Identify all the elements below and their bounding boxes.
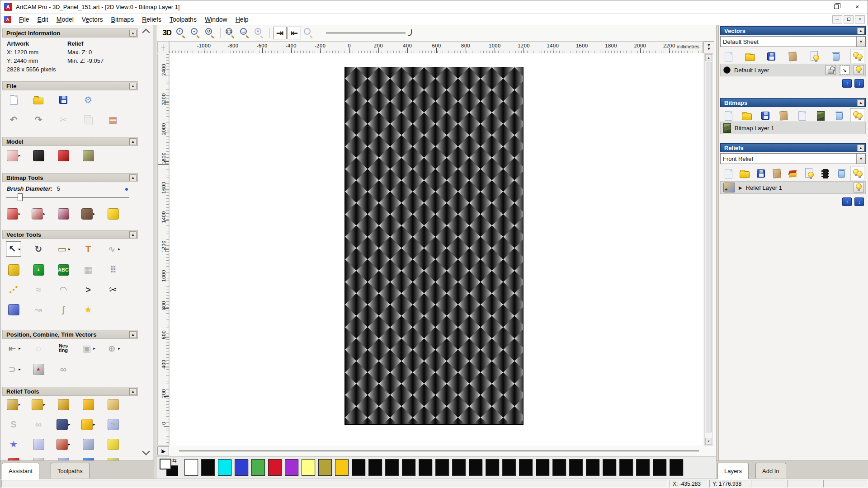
scroll-down-icon[interactable] (142, 448, 150, 455)
palette-swatch-23[interactable] (569, 459, 583, 476)
block-copy[interactable]: + (31, 262, 46, 277)
palette-swatch-10[interactable] (352, 459, 365, 476)
collapse-icon[interactable]: ▲ (857, 28, 864, 34)
texture-relief[interactable]: ▸ (56, 417, 71, 432)
palette-swatch-25[interactable] (603, 459, 616, 476)
move-layer-up-button[interactable]: ↑ (842, 79, 852, 88)
move-relief-down-button[interactable]: ↓ (854, 197, 864, 206)
group-vectors[interactable]: ▣▸ (80, 341, 96, 356)
pane-toggle-button[interactable]: ⁞▶ (157, 446, 169, 455)
menu-edit[interactable]: Edit (33, 14, 52, 24)
palette-swatch-15[interactable] (435, 459, 449, 476)
basket-weave[interactable] (31, 455, 46, 460)
scroll-up-icon[interactable] (142, 29, 150, 37)
new-model[interactable] (6, 92, 21, 108)
new-vector-layer[interactable] (721, 49, 736, 64)
fillet-tool[interactable]: ★ (80, 302, 96, 317)
weld-vectors[interactable]: ⊕▸ (105, 341, 121, 356)
palette-swatch-14[interactable] (419, 459, 432, 476)
preview-relief-layer[interactable] (302, 27, 316, 39)
menu-window[interactable]: Window (201, 14, 231, 24)
palette-swatch-24[interactable] (586, 459, 599, 476)
flyout-arrow-icon[interactable]: ▸ (19, 211, 21, 216)
wave-relief[interactable] (6, 455, 21, 460)
tab-add-in[interactable]: Add In (755, 463, 786, 479)
preferences[interactable]: ⚙ (80, 92, 96, 108)
chevron-down-icon[interactable]: ▼ (856, 154, 865, 164)
zoom-rect[interactable]: ▭ (238, 27, 252, 39)
transfer-relief-layer[interactable] (785, 166, 801, 181)
swap-colours-icon[interactable]: ⇆ (172, 457, 177, 464)
nesting[interactable]: Nesting (56, 341, 71, 356)
tab-assistant[interactable]: Assistant (2, 463, 39, 479)
blank-bitmap-layer[interactable] (794, 108, 810, 123)
lightbox[interactable] (80, 148, 96, 163)
interlock-vectors[interactable]: ∞ (56, 361, 71, 377)
minimize-button[interactable] (805, 0, 826, 13)
collapse-icon[interactable]: ▲ (129, 174, 137, 181)
mdi-minimize-button[interactable] (832, 15, 842, 23)
project-info-header[interactable]: Project Information ▲ (2, 28, 138, 38)
palette-swatch-22[interactable] (552, 459, 566, 476)
texture-sphere[interactable] (80, 455, 96, 460)
bitmap-flood-vector[interactable] (105, 206, 121, 221)
copy[interactable] (80, 112, 96, 127)
zoom-previous[interactable]: ↺ (203, 27, 217, 39)
offset-relief[interactable] (105, 436, 121, 452)
collapse-icon[interactable]: ▲ (857, 99, 864, 106)
vectors-section-header[interactable]: Vectors ▲ (720, 26, 866, 35)
collapse-icon[interactable]: ▲ (129, 231, 137, 238)
save-vector-layer[interactable] (764, 49, 779, 64)
menu-model[interactable]: Model (52, 14, 78, 24)
delete-vector-layer[interactable] (828, 49, 844, 64)
vscroll-thumb[interactable] (706, 62, 712, 432)
drawing-canvas[interactable] (169, 53, 703, 446)
weave-wizard[interactable]: ∞ (31, 417, 46, 432)
zoom-in[interactable]: + (175, 27, 188, 39)
two-rail-sweep[interactable]: ▸ (80, 417, 96, 432)
palette-swatch-29[interactable] (670, 459, 683, 476)
vector-layer-row[interactable]: Default Layer ↘ (720, 64, 866, 76)
relief-tools-header[interactable]: Relief Tools ▲ (2, 387, 138, 396)
save-relief-layer[interactable] (753, 166, 769, 181)
toggle-bitmap-visibility[interactable]: ⇥ (273, 27, 287, 39)
ruler-origin-box[interactable]: ┼ (157, 41, 169, 53)
relief-select[interactable]: Front Relief ▼ (720, 153, 866, 164)
invert-model[interactable] (31, 148, 46, 163)
view-scale-slider[interactable] (326, 28, 412, 38)
collapse-icon[interactable]: ▲ (129, 138, 137, 145)
palette-swatch-7[interactable] (302, 459, 315, 476)
bitmaps-section-header[interactable]: Bitmaps ▲ (720, 98, 866, 107)
vector-sheet-select[interactable]: Default Sheet ▼ (720, 36, 866, 47)
paint-tool[interactable]: ▸ (6, 206, 21, 221)
layer-colour-chip[interactable] (723, 66, 731, 74)
shape-editor[interactable] (56, 397, 71, 412)
add-relief[interactable]: ▸ (31, 397, 46, 412)
menu-reliefs[interactable]: Reliefs (138, 14, 165, 24)
model-section-header[interactable]: Model ▲ (2, 137, 138, 146)
delete-bitmap-layer[interactable] (831, 108, 847, 123)
slider-thumb[interactable] (18, 193, 23, 201)
flyout-arrow-icon[interactable]: ▸ (43, 402, 46, 407)
greyscale-relief[interactable] (818, 166, 833, 181)
redo[interactable]: ↷ (31, 112, 46, 127)
flyout-arrow-icon[interactable]: ▸ (43, 211, 46, 216)
ruler-units-dropdown[interactable]: ▼▼ (703, 41, 714, 53)
transform-vectors[interactable]: ↻ (31, 241, 46, 257)
toggle-all-relief-layers[interactable] (850, 166, 865, 181)
flyout-arrow-icon[interactable]: ▸ (19, 367, 21, 371)
primary-secondary-colours[interactable]: ⇆ (160, 459, 183, 478)
scroll-up-arrow[interactable]: ▲ (705, 54, 712, 61)
new-bitmap-layer[interactable] (721, 108, 736, 123)
open-relief-layer[interactable] (737, 166, 752, 181)
create-text[interactable]: T (80, 241, 96, 257)
palette-swatch-1[interactable] (201, 459, 215, 476)
palette-tool[interactable]: ▸ (80, 206, 96, 221)
palette-swatch-3[interactable] (235, 459, 248, 476)
zoom-out[interactable]: − (189, 27, 203, 39)
palette-swatch-0[interactable] (184, 459, 198, 476)
bitmap-tools-header[interactable]: Bitmap Tools ▲ (2, 173, 138, 182)
extrude-relief[interactable] (105, 455, 121, 460)
flyout-arrow-icon[interactable]: ▸ (68, 422, 71, 427)
flyout-arrow-icon[interactable]: ▸ (118, 346, 120, 351)
